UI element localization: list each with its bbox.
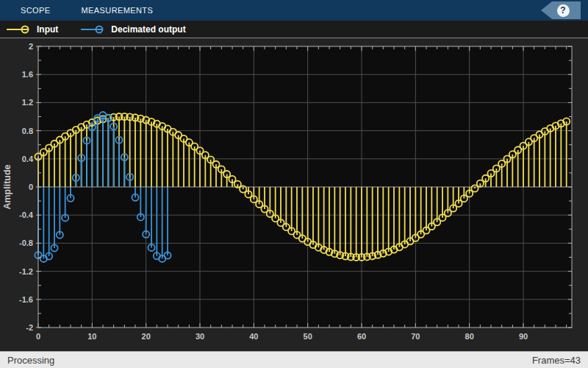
svg-text:60: 60 [357, 332, 366, 341]
legend-item-decimated[interactable]: Decimated output [79, 24, 201, 35]
svg-text:-0.4: -0.4 [19, 210, 34, 219]
svg-text:0.4: 0.4 [22, 155, 34, 163]
legend-label-decimated: Decimated output [111, 24, 185, 35]
figure-area: 0102030405060708090-2-1.6-1.2-0.8-0.400.… [0, 38, 588, 351]
help-icon: ? [557, 4, 570, 17]
svg-text:80: 80 [465, 332, 474, 341]
tab-measurements[interactable]: MEASUREMENTS [71, 0, 164, 21]
svg-text:2: 2 [29, 42, 33, 51]
svg-text:0: 0 [36, 332, 40, 341]
help-button[interactable]: ? [541, 1, 581, 19]
status-bar: Processing Frames=43 [0, 351, 588, 368]
tab-scope[interactable]: SCOPE [10, 0, 61, 21]
stem-marker-blue-icon [79, 24, 108, 35]
stem-marker-yellow-icon [4, 24, 34, 35]
svg-text:90: 90 [519, 332, 528, 341]
svg-text:-0.8: -0.8 [19, 238, 33, 247]
svg-text:0: 0 [29, 183, 33, 191]
svg-text:10: 10 [87, 332, 96, 341]
legend-item-input[interactable]: Input [4, 24, 74, 35]
svg-text:-1.6: -1.6 [19, 295, 33, 304]
y-axis-label: Amplitude [2, 164, 12, 209]
status-frames: Frames=43 [532, 355, 581, 366]
svg-text:50: 50 [304, 332, 312, 341]
toolstrip-tabbar: SCOPE MEASUREMENTS ? [0, 0, 588, 21]
svg-text:30: 30 [196, 332, 204, 341]
status-processing: Processing [7, 355, 54, 366]
legend-label-input: Input [37, 24, 58, 35]
svg-text:40: 40 [249, 332, 258, 341]
stem-chart[interactable]: 0102030405060708090-2-1.6-1.2-0.8-0.400.… [0, 38, 588, 351]
svg-text:0.8: 0.8 [22, 127, 33, 135]
svg-text:-2: -2 [26, 323, 33, 332]
svg-text:70: 70 [411, 332, 420, 341]
svg-text:20: 20 [142, 332, 151, 341]
svg-text:1.6: 1.6 [22, 70, 33, 79]
svg-text:1.2: 1.2 [22, 98, 33, 107]
legend-bar: Input Decimated output [0, 21, 588, 38]
scope-window: SCOPE MEASUREMENTS ? Input Decimated out… [0, 0, 588, 368]
svg-text:-1.2: -1.2 [19, 267, 33, 276]
